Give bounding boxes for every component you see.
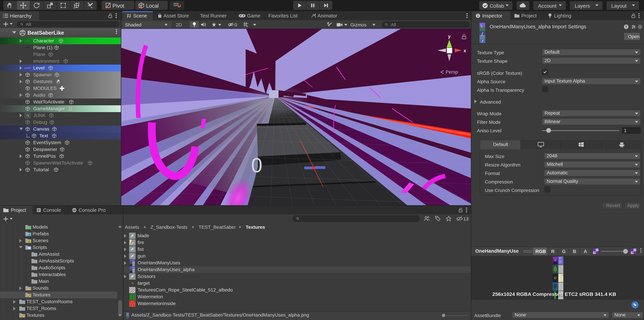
svg-text:0: 0 [251,154,262,177]
svg-text:x: x [464,48,466,53]
svg-text:y: y [448,34,450,39]
svg-text:Persp: Persp [446,69,458,75]
svg-text:?: ? [625,25,627,29]
